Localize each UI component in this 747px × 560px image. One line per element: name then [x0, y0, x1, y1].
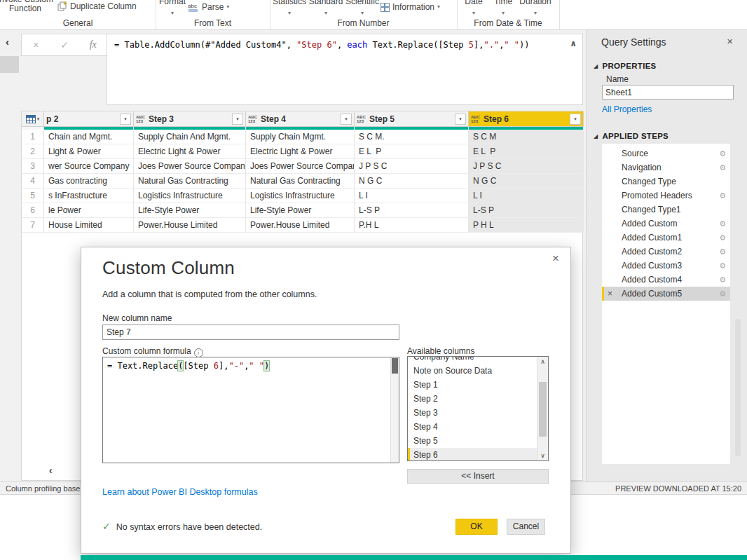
scientific-dropdown-icon[interactable]: ▾	[343, 11, 381, 16]
applied-step-added-custom4[interactable]: Added Custom4⚙	[602, 273, 730, 287]
queries-pane-collapse-chevron-icon[interactable]: ‹	[6, 36, 9, 48]
properties-expanded-icon[interactable]: ◢	[594, 63, 598, 69]
scrollbar-thumb[interactable]	[539, 382, 547, 437]
applied-step-added-custom[interactable]: Added Custom⚙	[602, 217, 730, 231]
table-cell[interactable]: L I	[355, 189, 469, 203]
date-dropdown-icon[interactable]: ▾	[461, 11, 486, 16]
table-cell[interactable]: Power.House Limited	[246, 218, 355, 233]
table-cell[interactable]: Gas contracting	[44, 174, 134, 189]
column-filter-dropdown[interactable]: ▾	[341, 114, 352, 125]
table-cell[interactable]: L-S P	[469, 203, 584, 218]
table-cell[interactable]: Life-Style Power	[246, 203, 355, 218]
applied-step-added-custom3[interactable]: Added Custom3⚙	[602, 259, 730, 273]
table-cell[interactable]: Electric Light & Power	[246, 144, 355, 159]
table-cell[interactable]: P H L	[469, 218, 584, 233]
applied-step-added-custom2[interactable]: Added Custom2⚙	[602, 245, 730, 259]
step-settings-gear-icon[interactable]: ⚙	[719, 146, 726, 161]
formula-bar-input[interactable]: = Table.AddColumn(#"Added Custom4", "Ste…	[107, 34, 583, 105]
table-cell[interactable]: L-S P	[355, 203, 469, 218]
row-number[interactable]: 4	[22, 174, 44, 189]
query-settings-close-icon[interactable]: ×	[727, 35, 733, 47]
table-cell[interactable]: Chain and Mgmt.	[44, 130, 134, 144]
standard-dropdown-icon[interactable]: ▾	[308, 11, 343, 16]
table-cell[interactable]: Supply Chain And Mgmt.	[134, 130, 246, 144]
scientific-button[interactable]: Scientific ▾	[343, 0, 381, 16]
statistics-dropdown-icon[interactable]: ▾	[272, 11, 307, 16]
available-column-item[interactable]: Step 1	[408, 378, 548, 392]
step-settings-gear-icon[interactable]: ⚙	[719, 231, 726, 245]
fx-icon[interactable]: fx	[78, 39, 107, 50]
cancel-button[interactable]: Cancel	[507, 519, 545, 535]
step-settings-gear-icon[interactable]: ⚙	[719, 287, 726, 301]
column-type-abc123-icon[interactable]: ABC123	[471, 115, 480, 123]
column-type-abc123-icon[interactable]: ABC123	[357, 115, 366, 123]
row-number[interactable]: 6	[22, 203, 44, 218]
panel-scrollbar[interactable]	[735, 319, 741, 456]
formula-scrollbar-thumb[interactable]	[392, 358, 398, 374]
date-button[interactable]: Date ▾	[461, 0, 486, 16]
parse-button[interactable]: abc Parse ▾	[188, 2, 229, 12]
scroll-up-icon[interactable]: ∧	[537, 358, 548, 365]
table-cell[interactable]: J P S C	[355, 159, 469, 174]
step-settings-gear-icon[interactable]: ⚙	[719, 273, 726, 287]
table-cell[interactable]: Electric Light & Power	[134, 144, 246, 159]
table-cell[interactable]: Joes Power Source Company	[246, 159, 355, 174]
horizontal-scroll-left-icon[interactable]: ‹	[49, 465, 53, 476]
available-column-item[interactable]: Note on Source Data	[408, 364, 548, 378]
step-settings-gear-icon[interactable]: ⚙	[719, 259, 726, 273]
format-dropdown-icon[interactable]: ▾	[157, 11, 188, 16]
query-name-input[interactable]	[602, 85, 734, 100]
time-button[interactable]: Time ▾	[491, 0, 516, 16]
duration-dropdown-icon[interactable]: ▾	[517, 11, 554, 16]
step-settings-gear-icon[interactable]: ⚙	[719, 189, 726, 203]
insert-button[interactable]: << Insert	[407, 469, 549, 484]
statistics-button[interactable]: Statistics ▾	[272, 0, 307, 16]
applied-steps-section-header[interactable]: ◢APPLIED STEPS	[594, 132, 669, 140]
custom-column-formula-input[interactable]: = Text.Replace([Step 6],"-"," ")	[102, 357, 399, 463]
table-cell[interactable]: Natural Gas Contracting	[246, 174, 355, 189]
column-header-p-2[interactable]: p 2▾	[44, 111, 134, 127]
applied-step-added-custom5[interactable]: ×Added Custom5⚙	[602, 287, 730, 301]
table-cell[interactable]: N G C	[469, 174, 584, 189]
applied-step-navigation[interactable]: Navigation⚙	[602, 161, 730, 175]
column-filter-dropdown[interactable]: ▾	[232, 114, 243, 125]
step-settings-gear-icon[interactable]: ⚙	[719, 161, 726, 175]
available-column-item[interactable]: Step 5	[408, 434, 548, 448]
available-column-item[interactable]: Company Name	[408, 356, 548, 364]
new-column-name-input[interactable]	[102, 325, 399, 340]
information-button[interactable]: Information ▾	[381, 2, 440, 12]
dialog-close-icon[interactable]: ×	[552, 252, 559, 266]
column-filter-dropdown[interactable]: ▾	[455, 114, 466, 125]
table-cell[interactable]: Logistics Infrastructure	[246, 189, 355, 203]
table-cell[interactable]: E L P	[469, 144, 584, 159]
table-cell[interactable]: House Limited	[44, 218, 134, 233]
table-cell[interactable]: N G C	[355, 174, 469, 189]
table-cell[interactable]: Supply Chain Mgmt.	[246, 130, 355, 144]
table-cell[interactable]: le Power	[44, 203, 134, 218]
table-cell[interactable]: J P S C	[469, 159, 584, 174]
learn-formulas-link[interactable]: Learn about Power BI Desktop formulas	[102, 487, 258, 497]
table-cell[interactable]: S C M	[469, 130, 584, 144]
column-filter-dropdown[interactable]: ▾	[120, 114, 131, 125]
format-button[interactable]: Format ▾	[157, 0, 188, 16]
table-cell[interactable]: Joes Power Source Company	[134, 159, 246, 174]
step-settings-gear-icon[interactable]: ⚙	[719, 245, 726, 259]
scroll-down-icon[interactable]: ∨	[537, 452, 548, 459]
standard-button[interactable]: Standard ▾	[308, 0, 343, 16]
column-type-abc123-icon[interactable]: ABC123	[136, 115, 145, 123]
formula-scrollbar[interactable]	[390, 357, 399, 463]
applied-step-promoted-headers[interactable]: Promoted Headers⚙	[602, 189, 730, 203]
step-settings-gear-icon[interactable]: ⚙	[719, 217, 726, 231]
properties-section-header[interactable]: ◢PROPERTIES	[594, 62, 657, 70]
row-number[interactable]: 1	[22, 130, 44, 144]
row-number[interactable]: 2	[22, 144, 44, 159]
available-column-item[interactable]: Step 6	[408, 448, 548, 461]
table-cell[interactable]: L I	[469, 189, 584, 203]
table-cell[interactable]: Logistics Infrastructure	[134, 189, 246, 203]
ok-button[interactable]: OK	[455, 519, 498, 535]
table-cell[interactable]: Light & Power	[44, 144, 134, 159]
applied-step-source[interactable]: Source⚙	[602, 146, 730, 161]
table-cell[interactable]: S C M.	[355, 130, 469, 144]
row-number[interactable]: 7	[22, 218, 44, 233]
grid-corner-cell[interactable]: ▾	[22, 111, 44, 127]
